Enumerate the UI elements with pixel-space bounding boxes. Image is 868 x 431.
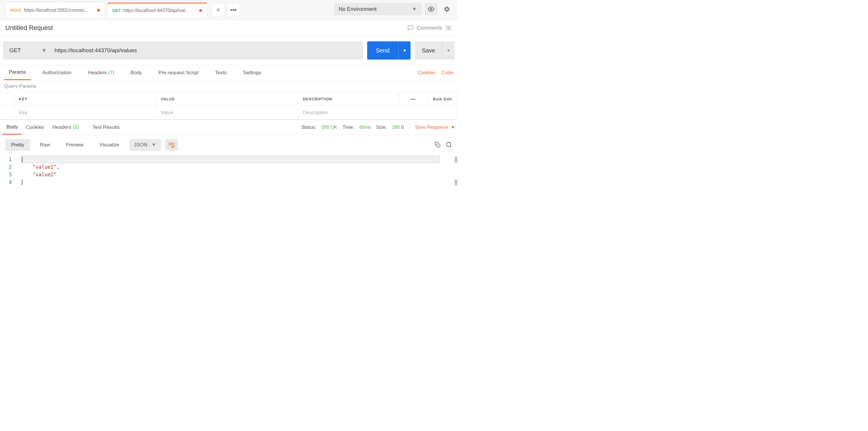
chevron-down-icon: ▼ [41, 47, 47, 54]
environment-selector[interactable]: No Environment ▼ [334, 3, 422, 15]
tab-pre-request-script[interactable]: Pre-request Script [154, 65, 203, 80]
search-icon [446, 141, 452, 148]
tab-method: GET [112, 8, 121, 13]
environment-quicklook-button[interactable] [425, 3, 437, 15]
size-value: 190 B [392, 125, 404, 130]
view-pretty-button[interactable]: Pretty [5, 139, 30, 151]
comments-label: Comments [417, 25, 442, 31]
chevron-down-icon: ▼ [451, 125, 455, 130]
dots-icon: ••• [230, 6, 237, 14]
code-link[interactable]: Code [441, 70, 453, 76]
wrap-lines-button[interactable] [165, 139, 178, 151]
code-line: "value1", [21, 163, 458, 171]
line-numbers: 1 2 3 4 [0, 155, 21, 201]
comments-button[interactable]: Comments 0 [407, 25, 452, 31]
tab-menu-button[interactable]: ••• [227, 3, 240, 17]
format-selector[interactable]: JSON ▼ [129, 139, 161, 151]
description-input[interactable] [303, 110, 453, 116]
tab-tests[interactable]: Tests [210, 65, 231, 80]
search-button[interactable] [446, 141, 452, 149]
request-tabs: Params Authorization Headers (7) Body Pr… [0, 65, 458, 80]
code-line: [ [21, 155, 440, 163]
code-line: ] [21, 178, 458, 186]
environment-label: No Environment [339, 6, 376, 12]
save-response-button[interactable]: Save Response ▼ [415, 125, 455, 130]
eye-icon [428, 6, 434, 12]
comment-icon [407, 25, 414, 31]
description-header: DESCRIPTION [299, 92, 399, 106]
code-line: "value2" [21, 171, 458, 178]
size-label: Size: [376, 125, 387, 130]
time-label: Time: [342, 125, 354, 130]
query-params-label: Query Params [0, 80, 458, 92]
plus-icon: + [216, 6, 220, 14]
chevron-down-icon: ▼ [151, 142, 156, 148]
svg-point-3 [446, 142, 451, 146]
copy-button[interactable] [435, 142, 440, 148]
chevron-down-icon: ▼ [446, 48, 451, 53]
divider [409, 124, 410, 131]
scroll-marker [455, 179, 458, 185]
send-button[interactable]: Send ▼ [367, 41, 411, 60]
tab-url: https://localhost:44370/api/val... [123, 8, 197, 13]
tab-params[interactable]: Params [4, 65, 31, 80]
response-tabs: Body Cookies Headers(5) Test Results Sta… [0, 120, 458, 135]
new-tab-button[interactable]: + [212, 3, 225, 17]
unsaved-dot-icon [199, 9, 202, 12]
url-input[interactable] [49, 41, 363, 60]
view-preview-button[interactable]: Preview [60, 139, 89, 151]
tab-headers[interactable]: Headers (7) [83, 65, 119, 80]
tab-settings[interactable]: Settings [239, 65, 266, 80]
code-lines: [ "value1", "value2" ] [21, 155, 458, 201]
unsaved-dot-icon [97, 9, 100, 12]
svg-rect-2 [437, 144, 440, 147]
status-value: 200 OK [321, 125, 337, 130]
tab-url: https://localhost:5001/connec... [24, 8, 95, 13]
request-row: GET ▼ Send ▼ Save ▼ [0, 36, 458, 65]
checkbox-cell[interactable] [0, 106, 15, 119]
key-input[interactable] [19, 110, 153, 116]
tab-get-localhost-44370[interactable]: GET https://localhost:44370/api/val... [107, 3, 207, 17]
method-selector[interactable]: GET ▼ [3, 41, 53, 60]
chevron-down-icon: ▼ [412, 6, 417, 12]
svg-line-4 [450, 146, 451, 147]
tabs-area: POST https://localhost:5001/connec... GE… [0, 0, 240, 20]
gear-icon [443, 6, 451, 12]
tab-method: POST [10, 8, 22, 12]
checkbox-column [0, 92, 15, 106]
tab-authorization[interactable]: Authorization [38, 65, 76, 80]
key-cell[interactable] [15, 106, 157, 119]
value-cell[interactable] [157, 106, 299, 119]
settings-button[interactable] [440, 3, 453, 15]
status-label: Status: [302, 125, 316, 130]
response-tab-body[interactable]: Body [2, 120, 22, 135]
environment-area: No Environment ▼ [334, 0, 458, 15]
save-button[interactable]: Save ▼ [415, 41, 455, 60]
response-tab-cookies[interactable]: Cookies [22, 120, 48, 135]
description-cell[interactable] [299, 106, 457, 119]
method-label: GET [9, 47, 21, 54]
response-tab-test-results[interactable]: Test Results [88, 120, 124, 135]
key-header: KEY [15, 92, 157, 106]
bulk-edit-link[interactable]: Bulk Edit [428, 92, 457, 106]
request-title-bar: Untitled Request Comments 0 [0, 20, 458, 36]
save-dropdown[interactable]: ▼ [442, 41, 455, 60]
save-label: Save [415, 47, 442, 54]
view-raw-button[interactable]: Raw [34, 139, 56, 151]
svg-point-0 [430, 8, 432, 10]
top-bar: POST https://localhost:5001/connec... GE… [0, 0, 458, 20]
cookies-link[interactable]: Cookies [417, 70, 435, 76]
send-dropdown[interactable]: ▼ [398, 41, 410, 60]
view-visualize-button[interactable]: Visualize [94, 139, 125, 151]
params-table: KEY VALUE DESCRIPTION ••• Bulk Edit [0, 92, 458, 120]
tab-body[interactable]: Body [126, 65, 147, 80]
copy-icon [435, 142, 440, 148]
tab-post-localhost-5001[interactable]: POST https://localhost:5001/connec... [5, 3, 105, 17]
response-tab-headers[interactable]: Headers(5) [48, 120, 83, 135]
time-value: 65ms [360, 125, 371, 130]
request-title[interactable]: Untitled Request [5, 24, 53, 32]
scroll-marker [455, 157, 458, 163]
column-options-button[interactable]: ••• [399, 92, 428, 106]
response-body[interactable]: 1 2 3 4 [ "value1", "value2" ] [0, 155, 458, 202]
value-input[interactable] [161, 110, 295, 116]
